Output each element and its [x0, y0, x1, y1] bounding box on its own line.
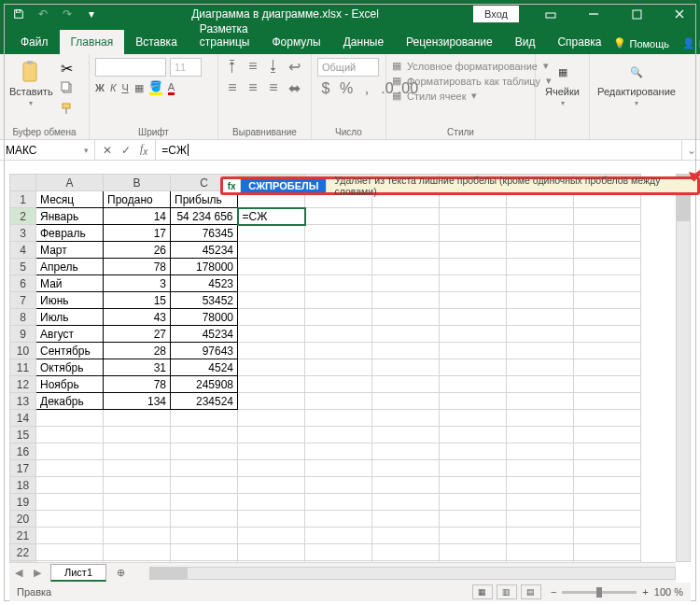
cells-button[interactable]: ▦ Ячейки ▾ [541, 58, 583, 109]
chevron-down-icon[interactable]: ▾ [84, 146, 89, 155]
cell[interactable] [574, 292, 641, 309]
row-header[interactable]: 13 [10, 393, 36, 410]
cell[interactable] [238, 494, 305, 511]
sheet-nav-prev-icon[interactable]: ◀ [9, 567, 28, 579]
cell[interactable] [305, 427, 372, 443]
name-box[interactable]: МАКС ▾ [0, 140, 95, 160]
cell[interactable]: 4524 [171, 359, 238, 376]
cell[interactable] [372, 477, 440, 494]
tab-help[interactable]: Справка [546, 30, 612, 54]
cell[interactable] [440, 343, 507, 359]
cell[interactable] [238, 460, 305, 477]
cell[interactable] [171, 443, 238, 460]
row-header[interactable]: 14 [10, 410, 36, 427]
cell[interactable] [440, 359, 507, 376]
row-header[interactable]: 8 [10, 309, 36, 326]
cell[interactable] [305, 309, 372, 326]
cell[interactable]: 26 [104, 242, 171, 259]
share-button[interactable]: 👤 Поделиться [682, 37, 700, 49]
sheet-tab[interactable]: Лист1 [50, 564, 106, 582]
cell[interactable]: Продано [104, 191, 171, 208]
cell[interactable] [507, 494, 574, 511]
new-sheet-icon[interactable]: ⊕ [110, 563, 131, 584]
row-header[interactable]: 19 [10, 494, 36, 511]
align-right-icon[interactable]: ≡ [265, 79, 282, 96]
cell[interactable] [171, 410, 238, 427]
cell[interactable]: 14 [104, 208, 171, 225]
cell[interactable]: 78 [104, 376, 171, 393]
maximize-icon[interactable] [616, 0, 657, 28]
cell[interactable] [574, 275, 641, 292]
cell[interactable] [36, 494, 104, 511]
cell[interactable] [238, 393, 305, 410]
cell[interactable] [372, 225, 440, 242]
cell[interactable] [440, 376, 507, 393]
cell[interactable] [574, 393, 641, 410]
cell[interactable] [507, 242, 574, 259]
cell[interactable] [372, 544, 440, 561]
font-color-icon[interactable]: A [168, 81, 175, 95]
cell[interactable] [574, 544, 641, 561]
cell[interactable] [305, 443, 372, 460]
row-header[interactable]: 10 [10, 343, 36, 359]
cell[interactable] [238, 259, 305, 275]
cancel-formula-icon[interactable]: ✕ [103, 144, 112, 157]
cell[interactable] [305, 275, 372, 292]
cell[interactable]: Месяц [36, 191, 104, 208]
cell[interactable] [238, 544, 305, 561]
cell[interactable] [507, 443, 574, 460]
cell[interactable] [574, 208, 641, 225]
cell[interactable] [104, 511, 171, 528]
cell[interactable] [440, 292, 507, 309]
cell[interactable] [440, 544, 507, 561]
cell[interactable]: 178000 [171, 259, 238, 275]
currency-icon[interactable]: $ [317, 80, 334, 97]
cell[interactable] [238, 528, 305, 544]
cell[interactable] [574, 511, 641, 528]
signin-button[interactable]: Вход [473, 6, 519, 22]
cell[interactable] [36, 410, 104, 427]
zoom-in-icon[interactable]: + [642, 586, 648, 598]
cell[interactable] [574, 309, 641, 326]
cell[interactable] [104, 544, 171, 561]
fill-color-icon[interactable]: 🪣 [149, 80, 162, 95]
cell[interactable] [238, 225, 305, 242]
cell[interactable] [574, 528, 641, 544]
cell[interactable] [238, 326, 305, 343]
tab-home[interactable]: Главная [60, 30, 125, 54]
undo-icon[interactable]: ↶ [37, 8, 49, 20]
cell[interactable] [372, 275, 440, 292]
page-layout-view-icon[interactable]: ▥ [497, 584, 517, 599]
cell[interactable] [574, 427, 641, 443]
cell[interactable]: 17 [104, 225, 171, 242]
cell[interactable]: Июнь [36, 292, 104, 309]
cell[interactable] [305, 528, 372, 544]
row-header[interactable]: 21 [10, 528, 36, 544]
cell[interactable] [36, 528, 104, 544]
cell[interactable] [574, 460, 641, 477]
minimize-icon[interactable] [573, 0, 614, 28]
row-header[interactable]: 20 [10, 511, 36, 528]
percent-icon[interactable]: % [338, 80, 355, 97]
cell[interactable] [372, 326, 440, 343]
cell[interactable] [372, 494, 440, 511]
cell[interactable]: Сентябрь [36, 343, 104, 359]
cell[interactable]: 45234 [171, 242, 238, 259]
cell[interactable]: 78 [104, 259, 171, 275]
cell[interactable] [305, 259, 372, 275]
cell[interactable] [507, 359, 574, 376]
cell[interactable] [305, 208, 372, 225]
cell[interactable] [440, 208, 507, 225]
cell[interactable] [238, 343, 305, 359]
cell[interactable] [372, 376, 440, 393]
cell[interactable] [507, 460, 574, 477]
cell[interactable]: Ноябрь [36, 376, 104, 393]
tab-file[interactable]: Файл [9, 30, 60, 54]
cell[interactable]: 245908 [171, 376, 238, 393]
cell[interactable] [507, 376, 574, 393]
cell[interactable] [305, 544, 372, 561]
cell[interactable] [507, 225, 574, 242]
tellme-button[interactable]: 💡 Помощь [613, 37, 670, 49]
enter-formula-icon[interactable]: ✓ [121, 144, 131, 157]
align-middle-icon[interactable]: ≡ [245, 58, 261, 75]
